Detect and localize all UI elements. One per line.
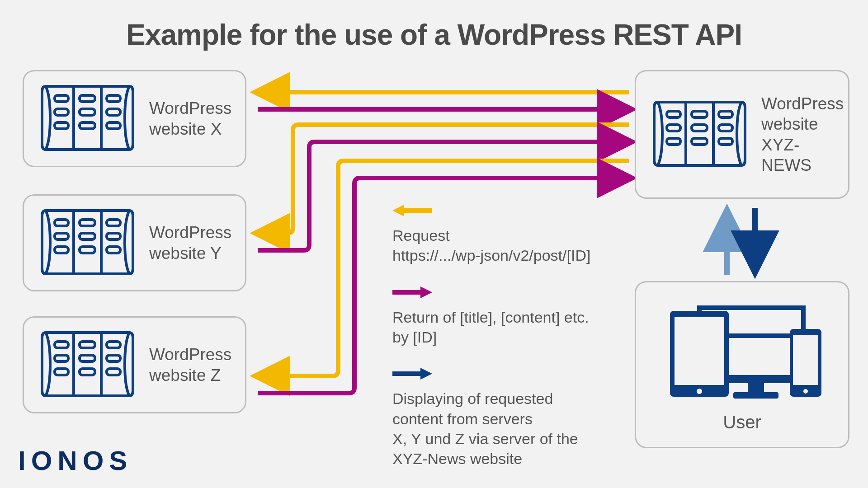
svg-rect-35 xyxy=(667,111,680,117)
svg-rect-19 xyxy=(107,220,120,226)
svg-rect-3 xyxy=(55,109,68,115)
svg-marker-58 xyxy=(392,286,432,298)
legend-text: Displaying of requested content from ser… xyxy=(392,389,627,469)
svg-point-53 xyxy=(803,389,808,394)
svg-rect-10 xyxy=(107,122,120,129)
legend-return: Return of [title], [content] etc. by [ID… xyxy=(392,283,627,347)
svg-rect-55 xyxy=(697,305,702,314)
svg-rect-28 xyxy=(80,355,95,361)
svg-rect-7 xyxy=(80,122,95,129)
svg-rect-43 xyxy=(719,138,732,145)
server-icon xyxy=(37,328,138,402)
arrow-icon xyxy=(392,364,627,384)
node-wordpress-z: WordPress website Z xyxy=(23,316,246,413)
svg-rect-54 xyxy=(697,305,806,310)
svg-marker-57 xyxy=(392,205,432,216)
svg-rect-4 xyxy=(55,122,68,129)
legend-display: Displaying of requested content from ser… xyxy=(392,364,627,469)
legend: Request https://.../wp-json/v2/post/[ID]… xyxy=(392,201,627,486)
node-label: WordPress website Z xyxy=(149,344,232,385)
svg-rect-17 xyxy=(80,233,95,239)
legend-text: Return of [title], [content] etc. by [ID… xyxy=(392,307,627,347)
svg-rect-6 xyxy=(80,109,95,115)
node-label: WordPress website XYZ-NEWS xyxy=(761,94,844,175)
svg-rect-42 xyxy=(719,125,732,131)
svg-rect-27 xyxy=(80,342,95,348)
svg-rect-49 xyxy=(675,317,724,385)
svg-rect-56 xyxy=(801,305,806,330)
node-label: WordPress website X xyxy=(149,98,232,139)
svg-rect-26 xyxy=(55,369,68,375)
arrow-icon xyxy=(392,201,627,221)
brand-logo: IONOS xyxy=(18,445,132,476)
node-wordpress-x: WordPress website X xyxy=(23,70,246,167)
diagram-title: Example for the use of a WordPress REST … xyxy=(0,18,868,52)
svg-rect-13 xyxy=(55,220,68,226)
svg-rect-41 xyxy=(719,111,732,117)
svg-rect-14 xyxy=(55,233,68,239)
svg-rect-47 xyxy=(733,392,778,399)
svg-rect-21 xyxy=(107,247,120,253)
server-icon xyxy=(37,206,138,280)
svg-rect-37 xyxy=(667,138,680,145)
svg-marker-59 xyxy=(392,368,432,380)
svg-rect-40 xyxy=(692,138,707,145)
server-icon xyxy=(37,82,138,156)
svg-rect-38 xyxy=(692,111,707,117)
svg-rect-16 xyxy=(80,220,95,226)
node-label: User xyxy=(723,412,761,432)
svg-rect-5 xyxy=(80,95,95,102)
diagram-canvas: Example for the use of a WordPress REST … xyxy=(0,0,868,488)
svg-rect-36 xyxy=(667,125,680,131)
svg-rect-29 xyxy=(80,369,95,375)
svg-rect-25 xyxy=(55,355,68,361)
node-wordpress-y: WordPress website Y xyxy=(23,194,246,291)
node-user: User xyxy=(635,281,849,448)
svg-rect-24 xyxy=(55,342,68,348)
svg-rect-39 xyxy=(692,125,707,131)
svg-rect-46 xyxy=(748,383,764,393)
svg-point-50 xyxy=(697,389,702,394)
node-label: WordPress website Y xyxy=(149,222,232,263)
svg-rect-2 xyxy=(55,95,68,102)
arrow-icon xyxy=(392,283,627,303)
devices-icon xyxy=(661,302,824,408)
node-wordpress-xyz: WordPress website XYZ-NEWS xyxy=(635,70,849,199)
legend-request: Request https://.../wp-json/v2/post/[ID] xyxy=(392,201,627,266)
svg-rect-31 xyxy=(107,355,120,361)
svg-rect-9 xyxy=(107,109,120,115)
svg-rect-52 xyxy=(793,335,818,385)
svg-rect-18 xyxy=(80,247,95,253)
svg-rect-45 xyxy=(722,338,790,375)
svg-rect-30 xyxy=(107,342,120,348)
svg-rect-15 xyxy=(55,247,68,253)
server-icon xyxy=(649,98,750,172)
legend-text: Request https://.../wp-json/v2/post/[ID] xyxy=(392,225,627,265)
svg-rect-20 xyxy=(107,233,120,239)
svg-rect-32 xyxy=(107,369,120,375)
svg-rect-8 xyxy=(107,95,120,102)
